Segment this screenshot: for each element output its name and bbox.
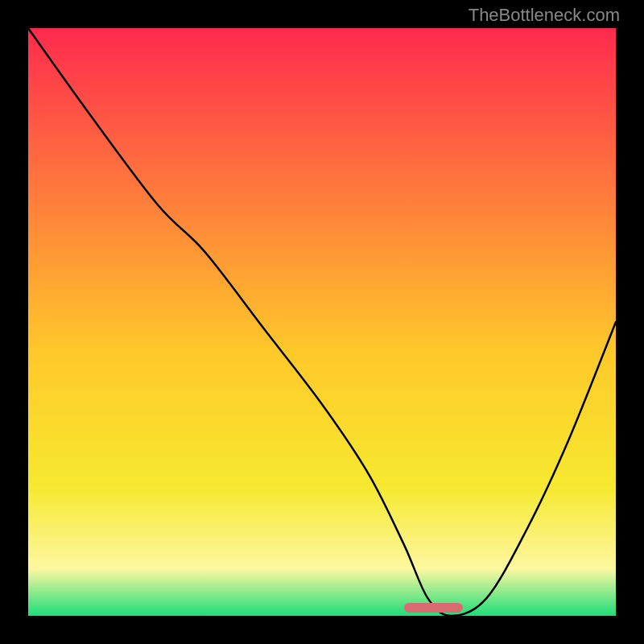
chart-curve [28,28,616,616]
optimal-range-marker [404,603,463,613]
chart-plot-area [28,28,616,616]
watermark-text: TheBottleneck.com [469,5,620,26]
